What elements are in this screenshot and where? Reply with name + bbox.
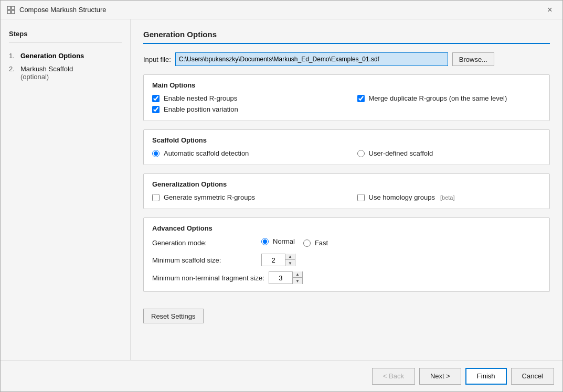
- dialog-icon: [7, 6, 15, 14]
- min-fragment-arrows: ▲ ▼: [292, 271, 302, 284]
- main-options-left: Enable nested R-groups Enable position v…: [152, 94, 336, 113]
- svg-rect-3: [12, 10, 15, 14]
- generation-mode-radios: Normal Fast: [261, 237, 328, 248]
- step-sub-2: (optional): [20, 73, 73, 81]
- generation-mode-row: Generation mode: Normal Fast: [152, 237, 541, 248]
- radio-row-normal: Normal: [261, 237, 295, 245]
- radio-row-fast: Fast: [303, 237, 328, 248]
- scaffold-options-group: Scaffold Options Automatic scaffold dete…: [143, 129, 550, 165]
- min-scaffold-down[interactable]: ▼: [285, 260, 295, 266]
- checkbox-row-nested: Enable nested R-groups: [152, 94, 336, 102]
- svg-rect-1: [12, 6, 15, 9]
- generalization-options-left: Generate symmetric R-groups: [152, 193, 336, 201]
- scaffold-options-cols: Automatic scaffold detection User-define…: [152, 149, 541, 157]
- content-panel: Generation Options Input file: Browse...…: [131, 19, 562, 360]
- sidebar-heading: Steps: [9, 30, 122, 42]
- min-fragment-down[interactable]: ▼: [293, 278, 302, 284]
- footer: < Back Next > Finish Cancel: [1, 360, 562, 391]
- checkbox-row-position: Enable position variation: [152, 105, 336, 113]
- min-fragment-input[interactable]: [269, 274, 292, 282]
- close-button[interactable]: ×: [544, 4, 556, 16]
- generalization-options-label: Generalization Options: [152, 180, 541, 188]
- radio-normal[interactable]: [261, 238, 269, 245]
- input-file-label: Input file:: [143, 56, 171, 63]
- checkbox-row-symmetric: Generate symmetric R-groups: [152, 193, 336, 201]
- advanced-options-label: Advanced Options: [152, 224, 541, 232]
- scaffold-options-label: Scaffold Options: [152, 136, 541, 144]
- step-list: 1. Generation Options 2. Markush Scaffol…: [9, 51, 122, 82]
- checkbox-homology-label: Use homology groups: [369, 193, 435, 201]
- cancel-button[interactable]: Cancel: [511, 368, 554, 385]
- sidebar: Steps 1. Generation Options 2. Markush S…: [1, 19, 131, 360]
- radio-auto[interactable]: [152, 150, 160, 157]
- checkbox-row-homology: Use homology groups [beta]: [357, 193, 541, 201]
- step-num-2: 2.: [9, 65, 17, 73]
- checkbox-position[interactable]: [152, 106, 160, 113]
- main-options-cols: Enable nested R-groups Enable position v…: [152, 94, 541, 113]
- radio-user-label: User-defined scaffold: [369, 149, 433, 157]
- checkbox-symmetric[interactable]: [152, 194, 160, 201]
- checkbox-row-merge: Merge duplicate R-groups (on the same le…: [357, 94, 541, 102]
- checkbox-nested-label: Enable nested R-groups: [164, 94, 237, 102]
- min-scaffold-input[interactable]: [262, 256, 285, 264]
- title-bar-left: Compose Markush Structure: [7, 6, 106, 14]
- min-scaffold-arrows: ▲ ▼: [285, 254, 295, 266]
- main-options-group: Main Options Enable nested R-groups Enab…: [143, 74, 550, 121]
- dialog-title: Compose Markush Structure: [19, 6, 106, 14]
- checkbox-symmetric-label: Generate symmetric R-groups: [164, 193, 255, 201]
- radio-row-user: User-defined scaffold: [357, 149, 541, 157]
- generalization-options-group: Generalization Options Generate symmetri…: [143, 173, 550, 209]
- step-item-1[interactable]: 1. Generation Options: [9, 51, 122, 61]
- browse-button[interactable]: Browse...: [452, 52, 494, 66]
- generalization-options-cols: Generate symmetric R-groups Use homology…: [152, 193, 541, 201]
- scaffold-options-right: User-defined scaffold: [357, 149, 541, 157]
- step-label-1: Generation Options: [20, 52, 84, 60]
- radio-fast-label: Fast: [315, 239, 328, 247]
- finish-button[interactable]: Finish: [465, 368, 507, 385]
- min-fragment-row: Minimum non-terminal fragment size: ▲ ▼: [152, 271, 541, 284]
- radio-fast[interactable]: [303, 239, 311, 247]
- min-scaffold-row: Minimum scaffold size: ▲ ▼: [152, 254, 541, 266]
- checkbox-nested[interactable]: [152, 95, 160, 102]
- main-content: Steps 1. Generation Options 2. Markush S…: [1, 19, 562, 360]
- radio-normal-label: Normal: [273, 237, 295, 245]
- checkbox-homology[interactable]: [357, 194, 365, 201]
- checkbox-merge[interactable]: [357, 95, 365, 102]
- svg-rect-0: [7, 6, 10, 9]
- min-scaffold-spinner: ▲ ▼: [261, 254, 295, 266]
- section-title: Generation Options: [143, 30, 550, 44]
- advanced-options-group: Advanced Options Generation mode: Normal…: [143, 217, 550, 292]
- input-file-field[interactable]: [175, 52, 448, 66]
- main-options-label: Main Options: [152, 81, 541, 89]
- compose-markush-dialog: Compose Markush Structure × Steps 1. Gen…: [0, 0, 563, 392]
- checkbox-merge-label: Merge duplicate R-groups (on the same le…: [369, 94, 507, 102]
- min-scaffold-label: Minimum scaffold size:: [152, 256, 257, 264]
- radio-row-auto: Automatic scaffold detection: [152, 149, 336, 157]
- radio-user[interactable]: [357, 150, 365, 157]
- reset-button[interactable]: Reset Settings: [143, 309, 204, 323]
- generation-mode-label: Generation mode:: [152, 239, 257, 247]
- scaffold-options-left: Automatic scaffold detection: [152, 149, 336, 157]
- beta-label: [beta]: [440, 194, 455, 201]
- checkbox-position-label: Enable position variation: [164, 105, 238, 113]
- step-item-2[interactable]: 2. Markush Scaffold (optional): [9, 64, 122, 82]
- generalization-options-right: Use homology groups [beta]: [357, 193, 541, 201]
- input-file-row: Input file: Browse...: [143, 52, 550, 66]
- min-scaffold-up[interactable]: ▲: [285, 254, 295, 260]
- back-button[interactable]: < Back: [372, 368, 415, 385]
- step-num-1: 1.: [9, 52, 17, 60]
- step-label-2-wrap: Markush Scaffold (optional): [20, 65, 73, 81]
- radio-auto-label: Automatic scaffold detection: [164, 149, 249, 157]
- svg-rect-2: [7, 10, 10, 14]
- min-fragment-up[interactable]: ▲: [293, 271, 302, 278]
- title-bar: Compose Markush Structure ×: [1, 1, 562, 19]
- next-button[interactable]: Next >: [419, 368, 461, 385]
- main-options-right: Merge duplicate R-groups (on the same le…: [357, 94, 541, 113]
- min-fragment-spinner: ▲ ▼: [269, 271, 303, 284]
- min-fragment-label: Minimum non-terminal fragment size:: [152, 274, 264, 282]
- step-label-2: Markush Scaffold: [20, 65, 73, 73]
